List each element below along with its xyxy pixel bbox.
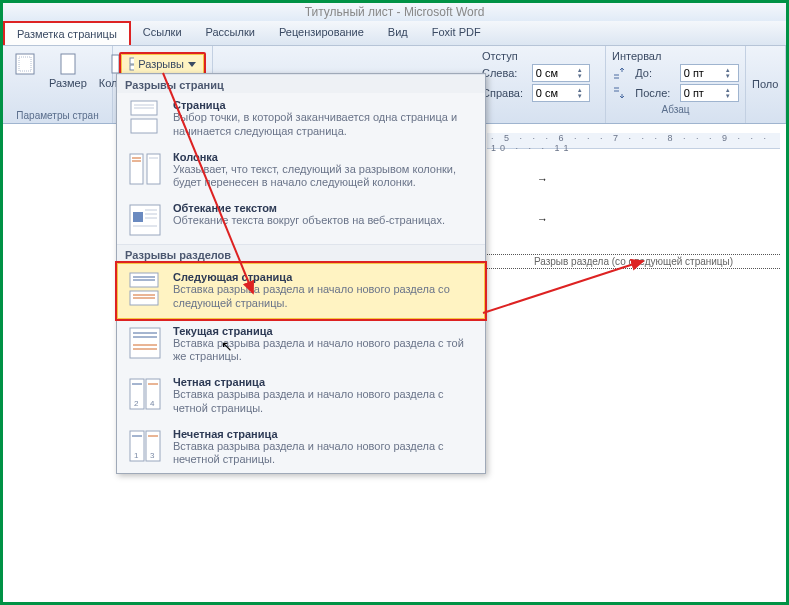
svg-rect-2 — [61, 54, 75, 74]
break-page-item[interactable]: Страница Выбор точки, в которой заканчив… — [117, 93, 485, 145]
svg-text:3: 3 — [150, 451, 155, 460]
spacing-after-icon — [612, 86, 626, 100]
svg-rect-5 — [130, 58, 134, 64]
odd-page-icon: 13 — [127, 428, 163, 464]
item-desc: Выбор точки, в которой заканчивается одн… — [173, 111, 475, 139]
cursor-icon: ↖ — [221, 338, 233, 354]
tab-view[interactable]: Вид — [376, 21, 420, 45]
group-label-page-setup: Параметры стран — [9, 108, 106, 121]
indent-left-input[interactable]: ▲▼ — [532, 64, 591, 82]
indent-header: Отступ — [482, 50, 599, 62]
svg-rect-8 — [131, 119, 157, 133]
spacing-before-label: До: — [635, 67, 675, 79]
text-wrap-icon — [127, 202, 163, 238]
item-title: Колонка — [173, 151, 475, 163]
breaks-dropdown: Разрывы страниц Страница Выбор точки, в … — [116, 73, 486, 474]
page-break-icon — [127, 99, 163, 135]
item-title: Четная страница — [173, 376, 475, 388]
indent-right-label: Справа: — [482, 87, 528, 99]
ribbon-group-spacing: Интервал До: ▲▼ После: ▲▼ Абзац — [606, 46, 746, 123]
tab-marker-icon: → — [537, 213, 548, 225]
app-frame: Титульный лист - Microsoft Word Разметка… — [0, 0, 789, 605]
title-bar: Титульный лист - Microsoft Word — [3, 3, 786, 21]
even-page-icon: 24 — [127, 376, 163, 412]
spacing-after-input[interactable]: ▲▼ — [680, 84, 739, 102]
item-desc: Вставка разрыва раздела и начало нового … — [173, 337, 475, 365]
tab-foxit-pdf[interactable]: Foxit PDF — [420, 21, 493, 45]
break-even-page-item[interactable]: 24 Четная страница Вставка разрыва разде… — [117, 370, 485, 422]
tab-mailings[interactable]: Рассылки — [194, 21, 267, 45]
spacing-header: Интервал — [612, 50, 739, 62]
column-break-icon — [127, 151, 163, 187]
item-desc: Указывает, что текст, следующий за разры… — [173, 163, 475, 191]
dropdown-section-page-breaks: Разрывы страниц — [117, 74, 485, 93]
ribbon-group-indent: Отступ Слева: ▲▼ Справа: ▲▼ — [476, 46, 606, 123]
window-title: Титульный лист - Microsoft Word — [305, 5, 485, 19]
item-title: Страница — [173, 99, 475, 111]
tab-marker-icon: → — [537, 173, 548, 185]
item-desc: Вставка разрыва раздела и начало нового … — [173, 440, 475, 468]
tab-page-layout[interactable]: Разметка страницы — [3, 21, 131, 45]
group-label-paragraph: Абзац — [612, 102, 739, 115]
breaks-icon — [129, 57, 134, 71]
break-odd-page-item[interactable]: 13 Нечетная страница Вставка разрыва раз… — [117, 422, 485, 474]
margins-icon — [13, 52, 37, 76]
ribbon-group-page-setup: я Размер Колонки Параметры стран — [3, 46, 113, 123]
ruler[interactable]: · 5 · · · 6 · · · 7 · · · 8 · · · 9 · · … — [487, 133, 780, 149]
section-break-marker: Разрыв раздела (со следующей страницы) — [487, 254, 780, 269]
tab-review[interactable]: Рецензирование — [267, 21, 376, 45]
ribbon-tabs: Разметка страницы Ссылки Рассылки Реценз… — [3, 21, 786, 46]
svg-rect-17 — [133, 212, 143, 222]
item-desc: Вставка разрыва раздела и начало нового … — [173, 283, 475, 311]
break-continuous-item[interactable]: Текущая страница Вставка разрыва раздела… — [117, 319, 485, 371]
item-desc: Вставка разрыва раздела и начало нового … — [173, 388, 475, 416]
break-next-page-item[interactable]: Следующая страница Вставка разрыва разде… — [115, 261, 487, 321]
size-button[interactable]: Размер — [45, 50, 91, 91]
tab-references[interactable]: Ссылки — [131, 21, 194, 45]
margins-button[interactable]: я — [9, 50, 41, 91]
indent-left-label: Слева: — [482, 67, 528, 79]
break-column-item[interactable]: Колонка Указывает, что текст, следующий … — [117, 145, 485, 197]
size-icon — [56, 52, 80, 76]
chevron-down-icon — [188, 62, 196, 67]
svg-text:2: 2 — [134, 399, 139, 408]
ribbon-group-truncated: Поло — [746, 46, 786, 123]
item-desc: Обтекание текста вокруг объектов на веб-… — [173, 214, 475, 228]
spacing-before-icon — [612, 66, 626, 80]
item-title: Следующая страница — [173, 271, 475, 283]
item-title: Нечетная страница — [173, 428, 475, 440]
document-area[interactable]: · 5 · · · 6 · · · 7 · · · 8 · · · 9 · · … — [487, 133, 780, 596]
spacing-after-label: После: — [635, 87, 675, 99]
break-textwrap-item[interactable]: Обтекание текстом Обтекание текста вокру… — [117, 196, 485, 244]
spacing-before-input[interactable]: ▲▼ — [680, 64, 739, 82]
next-page-icon — [127, 271, 163, 307]
continuous-icon — [127, 325, 163, 361]
indent-right-input[interactable]: ▲▼ — [532, 84, 591, 102]
svg-text:4: 4 — [150, 399, 155, 408]
svg-rect-6 — [130, 65, 134, 70]
item-title: Обтекание текстом — [173, 202, 475, 214]
svg-text:1: 1 — [134, 451, 139, 460]
truncated-label: Поло — [752, 78, 779, 90]
item-title: Текущая страница — [173, 325, 475, 337]
